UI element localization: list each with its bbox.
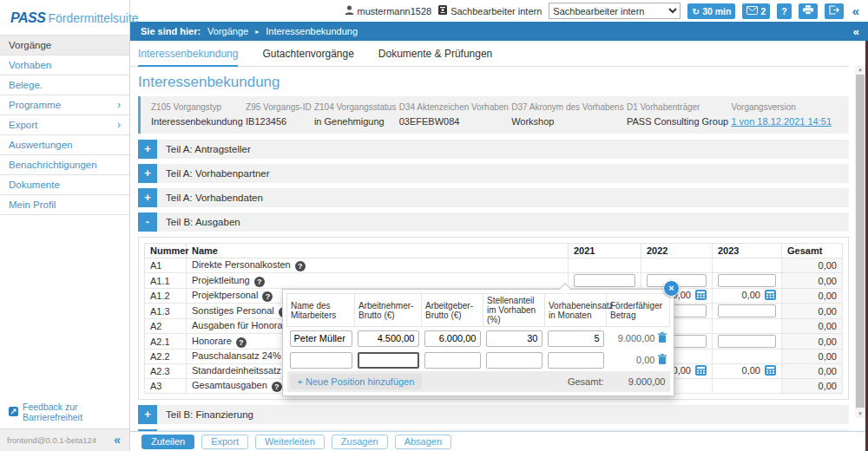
popup-column-name-des-mitarbeiters: Name des Mitarbeiters	[287, 294, 355, 327]
meta-field-d34-aktenzeichen-vorhaben: D34 Aktenzeichen Vorhaben03EFEBW084	[399, 102, 509, 127]
collapse-header-icon[interactable]: «	[852, 3, 859, 18]
expand-section-button[interactable]: +	[138, 140, 157, 159]
version-link[interactable]: 1 von 18.12.2021 14:51	[731, 116, 832, 127]
sidebar-item-mein-profil[interactable]: Mein Profil	[0, 195, 129, 215]
popup-input-vorhabeneinsatz-in-monaten[interactable]	[548, 330, 604, 347]
button-weiterleiten[interactable]: Weiterleiten	[255, 435, 325, 449]
scroll-down-arrow-icon[interactable]: ▾	[855, 409, 865, 418]
help-icon[interactable]: ?	[254, 277, 265, 287]
sidebar-item-vorgange[interactable]: Vorgänge	[0, 36, 129, 56]
expand-section-button[interactable]: +	[138, 164, 157, 183]
refresh-icon: ↻	[692, 6, 700, 16]
meta-field-label: D34 Aktenzeichen Vorhaben	[399, 102, 509, 112]
role-badge-label: Sachbearbeiter intern	[450, 6, 542, 16]
popup-input-stellenanteil-im-vorhaben[interactable]	[486, 352, 542, 369]
tab-interessenbekundung[interactable]: Interessenbekundung	[138, 48, 238, 67]
help-icon[interactable]: ?	[236, 337, 247, 348]
collapse-breadcrumb-icon[interactable]: «	[853, 25, 859, 38]
popup-input-arbeitgeber-brutto[interactable]	[424, 330, 481, 347]
scrollbar-thumb[interactable]	[856, 75, 865, 408]
collapse-section-button[interactable]: -	[138, 212, 157, 232]
sidebar-item-benachrichtigungen[interactable]: Benachrichtigungen	[0, 155, 129, 175]
button-absagen[interactable]: Absagen	[395, 435, 451, 449]
vertical-scrollbar[interactable]: ▴ ▾	[855, 65, 865, 418]
cell-value: 0,00	[742, 365, 760, 376]
print-button[interactable]	[799, 3, 818, 19]
expense-row-a1: A1Direkte Personalkosten?0,00	[145, 258, 843, 273]
breadcrumb-item-vorgaenge[interactable]: Vorgänge	[207, 26, 248, 36]
popup-input-name-des-mitarbeiters[interactable]	[290, 352, 352, 369]
row-name-label: Projektpersonal	[192, 290, 258, 300]
button-zusagen[interactable]: Zusagen	[332, 435, 388, 449]
row-total-cell: 0,00	[782, 350, 843, 364]
position-details-popup: × Name des MitarbeitersArbeitnehmer-Brut…	[282, 289, 674, 396]
popup-input-stellenanteil-im-vorhaben[interactable]	[486, 330, 542, 347]
button-zuteilen[interactable]: Zuteilen	[141, 435, 194, 449]
tab-bar: Interessenbekundung Gutachtenvorgänge Do…	[130, 41, 849, 67]
popup-close-button[interactable]: ×	[663, 280, 680, 297]
role-select[interactable]: Sachbearbeiter intern	[549, 3, 681, 19]
popup-input-arbeitnehmer-brutto[interactable]	[358, 352, 419, 369]
sidebar-item-export[interactable]: Export›	[0, 115, 129, 135]
sidebar-item-label: Vorhaben	[9, 60, 51, 70]
position-cell	[287, 350, 355, 372]
amount-input-2023[interactable]	[718, 304, 776, 317]
sidebar-item-vorhaben[interactable]: Vorhaben	[0, 56, 129, 75]
popup-input-vorhabeneinsatz-in-monaten[interactable]	[548, 352, 604, 369]
amount-input-2023[interactable]	[718, 335, 776, 348]
section-title[interactable]: Teil A: Vorhabenpartner	[157, 164, 849, 183]
popup-footer-row: + Neue Position hinzufügen Gesamt: 9.000…	[287, 371, 670, 392]
help-icon[interactable]: ?	[272, 382, 282, 392]
row-total-cell: 0,00	[782, 289, 843, 304]
messages-button[interactable]: 2	[742, 3, 770, 19]
column-header-2023: 2023	[713, 244, 782, 258]
expand-section-button[interactable]: +	[138, 405, 157, 424]
section-title[interactable]: Teil A: Vorhabendaten	[157, 188, 849, 207]
column-header-gesamt: Gesamt	[782, 244, 843, 258]
scroll-up-arrow-icon[interactable]: ▴	[855, 65, 865, 74]
trash-icon[interactable]	[658, 334, 667, 344]
row-number: A2.1	[145, 334, 187, 350]
breadcrumb-item-interessenbekundung[interactable]: Interessenbekundung	[266, 26, 358, 36]
calculator-icon[interactable]	[765, 365, 776, 377]
sidebar-item-dokumente[interactable]: Dokumente	[0, 175, 129, 195]
add-position-button[interactable]: + Neue Position hinzufügen	[290, 374, 423, 389]
accessibility-feedback-link[interactable]: Feedback zur Barrierefreiheit	[0, 397, 129, 428]
section-title[interactable]: Teil B: Ausgaben	[157, 212, 849, 232]
sidebar-item-programme[interactable]: Programme›	[0, 95, 129, 115]
sidebar-footer: frontend@0.0.1-beta124 «	[0, 428, 129, 451]
section-teil-a-antragsteller: +Teil A: Antragsteller	[138, 140, 849, 159]
session-refresh-button[interactable]: ↻ 30 min	[687, 3, 735, 19]
column-header-2021: 2021	[569, 244, 641, 258]
help-icon[interactable]: ?	[262, 291, 273, 302]
position-cell	[355, 350, 422, 372]
popup-input-arbeitnehmer-brutto[interactable]	[358, 330, 419, 347]
calculator-icon[interactable]	[765, 290, 776, 302]
help-icon[interactable]: ?	[295, 261, 306, 271]
logout-button[interactable]	[825, 3, 844, 19]
button-export[interactable]: Export	[201, 435, 248, 449]
position-cell	[287, 327, 355, 350]
amount-input-2023[interactable]	[718, 274, 776, 287]
help-button[interactable]: ?	[777, 3, 791, 19]
expand-section-button[interactable]: +	[138, 188, 157, 207]
printer-icon	[803, 5, 813, 16]
tab-gutachtenvorgaenge[interactable]: Gutachtenvorgänge	[262, 48, 353, 66]
trash-icon[interactable]	[658, 356, 667, 366]
row-name-label: Gesamtausgaben	[192, 380, 267, 390]
calculator-icon[interactable]	[695, 365, 707, 377]
section-title[interactable]: Teil A: Antragsteller	[157, 140, 849, 159]
popup-input-arbeitgeber-brutto[interactable]	[424, 352, 481, 369]
popup-input-name-des-mitarbeiters[interactable]	[290, 330, 352, 347]
calculator-icon[interactable]	[695, 290, 707, 302]
collapse-sidebar-icon[interactable]: «	[114, 433, 121, 447]
position-cell	[355, 327, 422, 350]
sidebar-item-belege[interactable]: Belege.	[0, 75, 129, 95]
sidebar-item-label: Vorgänge	[9, 40, 51, 50]
sidebar-item-auswertungen[interactable]: Auswertungen	[0, 135, 129, 155]
tab-dokumente-pruefungen[interactable]: Dokumente & Prüfungen	[378, 48, 492, 66]
suite-logo-text: Fördermittelsuite	[48, 11, 138, 25]
section-title[interactable]: Teil B: Finanzierung	[157, 405, 849, 424]
position-cell	[422, 350, 483, 372]
amount-input-2021[interactable]	[574, 274, 635, 287]
